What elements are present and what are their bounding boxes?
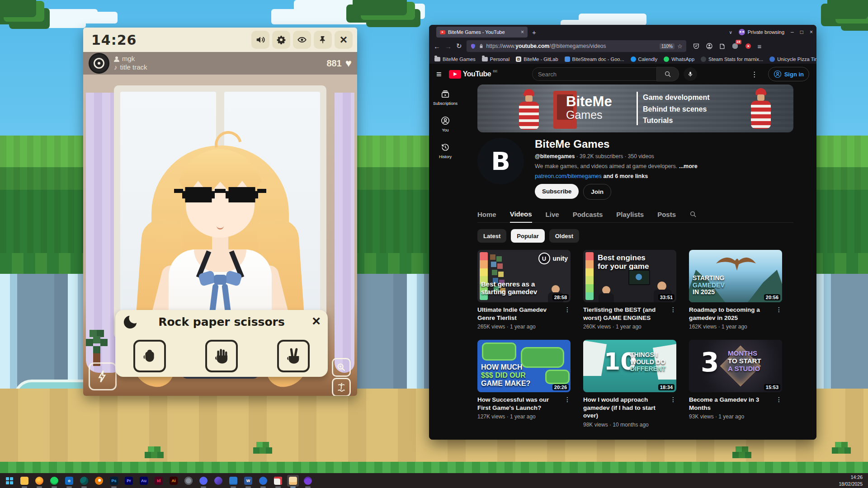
bookmark-item[interactable]: Personal [482,56,509,62]
adblock-icon[interactable]: 19 [731,42,739,50]
video-title[interactable]: Roadmap to becoming a gamedev in 2025 [689,306,773,322]
rps-close-button[interactable]: × [312,313,321,329]
bookmark-star-icon[interactable]: ☆ [677,43,683,50]
video-title[interactable]: How Successful was our First Game's Laun… [477,396,561,412]
taskbar-icon-mascot[interactable] [302,475,314,487]
url-bar[interactable]: https://www.youtube.com/@bitemegames/vid… [467,40,686,52]
video-kebab-icon[interactable]: ⋮ [564,306,571,322]
bookmark-item[interactable]: BiteStream doc - Goo... [565,56,624,62]
video-card[interactable]: HOW MUCH $$$ DID OUR GAME MAKE? 20:26 Ho… [477,340,571,428]
close-app-button[interactable]: × [335,31,353,49]
visibility-button[interactable] [293,31,311,49]
reload-button[interactable]: ↻ [456,42,462,50]
pin-button[interactable] [314,31,332,49]
video-title[interactable]: Ultimate Indie Gamedev Genre Tierlist [477,306,561,322]
bookmark-item[interactable]: Unicycle Pizza Time! o... [769,56,816,62]
bookmark-item[interactable]: BBiteMe - GitLab [516,56,558,62]
youtube-logo[interactable]: YouTube BE [449,70,498,79]
back-button[interactable]: ← [434,42,440,50]
tab-close-icon[interactable]: × [521,29,524,35]
sidebar-item-subscriptions[interactable]: Subscriptions [433,89,458,106]
taskbar-icon-notes[interactable] [227,475,239,487]
video-thumbnail[interactable]: HOW MUCH $$$ DID OUR GAME MAKE? 20:26 [477,340,571,392]
video-thumbnail[interactable]: Best engines for your game 33:51 [583,250,676,302]
zoom-level-badge[interactable]: 110% [660,43,675,49]
video-kebab-icon[interactable]: ⋮ [564,396,571,412]
list-tabs-icon[interactable]: ∨ [729,30,732,35]
taskbar-icon-firefox[interactable] [33,475,45,487]
video-card[interactable]: 3 MONTHS TO START A STUDIO 15:53 Become … [689,340,782,428]
effects-button[interactable] [89,362,117,390]
bookmark-item[interactable]: WhatsApp [664,56,694,62]
taskbar-icon-discord[interactable] [198,475,209,487]
scissors-button[interactable] [277,340,310,372]
paper-button[interactable] [205,340,238,372]
browser-tab[interactable]: BiteMe Games - YouTube × [436,27,528,38]
video-title[interactable]: How I would approach gamedev (if I had t… [583,396,667,420]
video-thumbnail[interactable]: STARTING GAMEDEV IN 2025 20:56 [689,250,782,302]
maximize-button[interactable]: □ [800,29,803,35]
search-input[interactable] [532,67,656,81]
start-button[interactable] [4,475,15,487]
video-card[interactable]: 10 THINGS I WOULD DO DIFFERENT 18:34 How… [583,340,676,428]
chip-latest[interactable]: Latest [477,229,506,243]
extension-icon[interactable] [719,43,726,50]
taskbar-icon-editor[interactable] [272,475,284,487]
join-button[interactable]: Join [583,184,611,200]
channel-search-icon[interactable] [689,211,697,218]
settings-button[interactable] [272,31,290,49]
video-card[interactable]: Best engines for your game 33:51 Tierlis… [583,250,676,330]
close-window-button[interactable]: × [810,29,813,35]
taskbar-icon-eagle[interactable] [78,475,90,487]
zoom-tool-button[interactable] [332,358,351,377]
tab-playlists[interactable]: Playlists [616,206,644,222]
tab-live[interactable]: Live [546,206,559,222]
bookmark-item[interactable]: Calendly [631,56,658,62]
taskbar-icon-outlook[interactable]: o [63,475,75,487]
taskbar-clock[interactable]: 14:26 18/02/2025 [839,474,864,487]
channel-description[interactable]: We make games, and videos aimed at game … [535,163,698,169]
video-thumbnail[interactable]: U unity Best genres as a starting gamede… [477,250,571,302]
taskbar-icon-obs[interactable] [183,475,194,487]
taskbar-icon-explorer[interactable] [19,475,30,487]
taskbar-icon-premiere[interactable]: Pr [123,475,135,487]
taskbar-icon-illustrator[interactable]: Ai [168,475,179,487]
taskbar-icon-blender[interactable] [93,475,105,487]
video-thumbnail[interactable]: 10 THINGS I WOULD DO DIFFERENT 18:34 [583,340,676,392]
sidebar-item-history[interactable]: History [439,142,452,159]
chip-popular[interactable]: Popular [511,229,544,243]
tab-home[interactable]: Home [477,206,496,222]
pocket-shield-icon[interactable] [693,42,700,50]
subscribe-button[interactable]: Subscribe [535,184,579,199]
likes-counter[interactable]: 881 ♥ [326,58,352,69]
minimize-button[interactable]: – [791,29,794,35]
taskbar-icon-moon-app[interactable] [212,475,224,487]
taskbar-icon-photoshop[interactable]: Ps [108,475,120,487]
menu-icon[interactable]: ≡ [758,42,762,50]
bookmark-item[interactable]: Steam Stats for marnix... [701,56,763,62]
video-card[interactable]: U unity Best genres as a starting gamede… [477,250,571,330]
taskbar-icon-word[interactable]: W [242,475,254,487]
taskbar-icon-audition[interactable]: Au [138,475,150,487]
chip-oldest[interactable]: Oldest [549,229,579,243]
sidebar-item-you[interactable]: You [440,116,450,132]
sign-in-button[interactable]: Sign in [768,67,809,81]
taskbar-icon-spotify[interactable] [48,475,60,487]
taskbar-icon-indesign[interactable]: Id [153,475,165,487]
tab-podcasts[interactable]: Podcasts [573,206,603,222]
background-tool-button[interactable] [332,378,351,396]
tab-posts[interactable]: Posts [657,206,676,222]
forward-button[interactable]: → [445,42,452,50]
channel-avatar[interactable]: B [477,138,524,184]
voice-search-button[interactable] [684,67,697,81]
patreon-link[interactable]: patreon.com/bitemegames [535,173,602,179]
video-thumbnail[interactable]: 3 MONTHS TO START A STUDIO 15:53 [689,340,782,392]
header-kebab-icon[interactable]: ⋮ [748,70,761,79]
search-button[interactable] [656,67,679,81]
taskbar-icon-blue-app[interactable] [257,475,269,487]
rock-button[interactable] [133,340,166,372]
more-links[interactable]: and 6 more links [603,173,648,179]
new-tab-button[interactable]: + [532,28,536,36]
video-title[interactable]: Tierlisting the BEST (and worst) GAME EN… [583,306,667,322]
video-kebab-icon[interactable]: ⋮ [776,396,782,412]
